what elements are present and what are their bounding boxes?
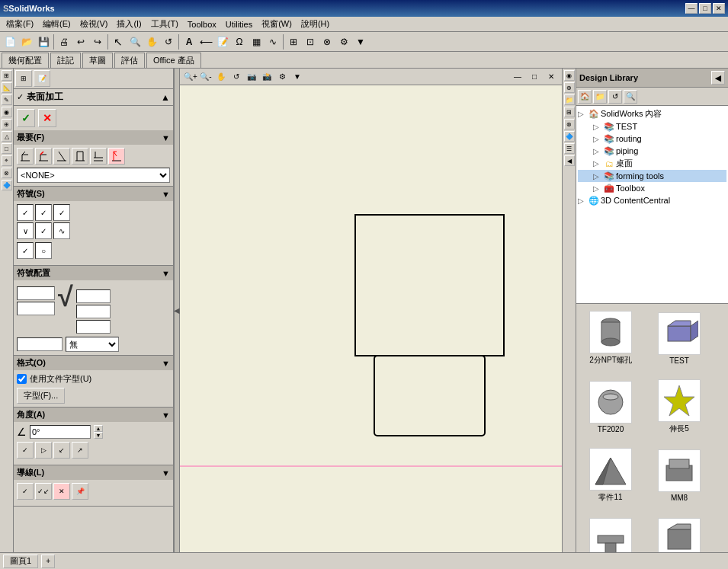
lib-icon-search[interactable]: 🔍: [624, 90, 637, 104]
settings-icon[interactable]: ⚙: [274, 70, 290, 84]
snapshot-button[interactable]: 📷: [244, 70, 259, 84]
surf-icon-6[interactable]: [108, 148, 125, 165]
tab-office[interactable]: Office 產品: [146, 53, 201, 68]
config-input5[interactable]: [76, 320, 111, 334]
collapse-handle[interactable]: ◀: [174, 69, 180, 552]
sym-check3[interactable]: ✓: [53, 204, 70, 221]
font-button[interactable]: 字型(F)...: [17, 388, 65, 404]
print-button[interactable]: 🖨: [56, 34, 72, 50]
sym-wave[interactable]: ∿: [53, 222, 70, 239]
right-edge-7[interactable]: ☰: [564, 143, 575, 154]
angle-btn-3[interactable]: ↙: [53, 442, 70, 459]
panel-collapse-button[interactable]: ▲: [161, 92, 170, 103]
cfg-button[interactable]: ⚙: [335, 34, 352, 50]
pan-tool-button[interactable]: ✋: [213, 70, 229, 84]
left-icon-10[interactable]: 🔷: [2, 180, 12, 190]
left-icon-4[interactable]: ◉: [2, 107, 12, 117]
right-edge-5[interactable]: ⊗: [564, 119, 575, 129]
lib-icon-refresh[interactable]: ↺: [608, 90, 622, 104]
config-input2[interactable]: [17, 302, 55, 315]
panel-icon-grid[interactable]: ⊞: [15, 70, 32, 87]
snapshot2-button[interactable]: 📸: [259, 70, 274, 84]
more-button[interactable]: ▼: [352, 34, 369, 50]
use-doc-font-checkbox[interactable]: [17, 374, 27, 384]
menu-edit[interactable]: 編輯(E): [38, 17, 75, 31]
save-button[interactable]: 💾: [35, 34, 52, 50]
angle-input[interactable]: [30, 425, 91, 439]
page-tab[interactable]: 圖頁1: [3, 555, 38, 568]
thumb-cell-6[interactable]: MM8: [645, 441, 714, 510]
rel-button[interactable]: ⊗: [319, 34, 335, 50]
zoom-out-button[interactable]: 🔍-: [198, 70, 213, 84]
weld-button[interactable]: ∿: [265, 34, 281, 50]
rotate-button[interactable]: ↺: [160, 34, 177, 50]
right-edge-3[interactable]: 📁: [564, 94, 575, 105]
right-edge-6[interactable]: 🔷: [564, 131, 575, 142]
thumb-cell-1[interactable]: 2分NPT螺孔: [576, 304, 645, 372]
add-page-button[interactable]: +: [41, 555, 55, 568]
sym-check2[interactable]: ✓: [35, 204, 52, 221]
section-leader-header[interactable]: 導線(L) ▼: [14, 465, 173, 480]
left-icon-1[interactable]: ⊞: [2, 70, 12, 81]
menu-toolbox[interactable]: Toolbox: [183, 18, 221, 30]
menu-window[interactable]: 視窗(W): [257, 17, 297, 31]
sym-button[interactable]: Ω: [231, 34, 248, 50]
tree-item-3d[interactable]: ▷ 🌐 3D ContentCentral: [578, 194, 726, 206]
open-button[interactable]: 📂: [18, 34, 35, 50]
menu-utilities[interactable]: Utilities: [221, 18, 257, 30]
tree-item-solidworks[interactable]: ▷ 🏠 SolidWorks 內容: [578, 107, 726, 120]
right-edge-1[interactable]: ◉: [564, 70, 575, 81]
sym-down2[interactable]: ✓: [35, 222, 52, 239]
leader-btn-1[interactable]: ✓: [17, 483, 34, 500]
window-min[interactable]: —: [510, 70, 525, 84]
menu-tools[interactable]: 工具(T): [146, 17, 183, 31]
left-icon-9[interactable]: ⊗: [2, 168, 12, 178]
leader-btn-3[interactable]: ✕: [53, 483, 70, 500]
zoom-in-button[interactable]: 🔍+: [183, 70, 198, 84]
section-angle-header[interactable]: 角度(A) ▼: [14, 408, 173, 422]
drawing-canvas[interactable]: [180, 85, 562, 552]
maximize-button[interactable]: □: [699, 3, 711, 14]
tree-item-piping[interactable]: ▷ 📚 piping: [578, 145, 726, 157]
config-input-bottom[interactable]: [17, 337, 63, 351]
right-edge-8[interactable]: ◀: [564, 155, 575, 166]
window-max[interactable]: □: [527, 70, 542, 84]
pan-button[interactable]: ✋: [143, 34, 160, 50]
design-lib-expand[interactable]: ◀: [711, 71, 725, 85]
text-button[interactable]: A: [181, 34, 197, 50]
left-icon-3[interactable]: ✎: [2, 94, 12, 105]
left-icon-8[interactable]: ⌖: [2, 155, 12, 166]
lib-icon-solidworks[interactable]: 🏠: [578, 90, 592, 104]
tree-item-desktop[interactable]: ▷ 🗂 桌面: [578, 157, 726, 170]
tab-sketch[interactable]: 草圖: [82, 53, 113, 68]
thumb-cell-2[interactable]: TEST: [645, 304, 714, 372]
config-input3[interactable]: [76, 289, 111, 303]
grid-button[interactable]: ⊞: [285, 34, 302, 50]
redo-button[interactable]: ↪: [89, 34, 106, 50]
dropdown-none[interactable]: <NONE>: [17, 168, 170, 183]
tree-item-routing[interactable]: ▷ 📚 routing: [578, 133, 726, 145]
undo-button[interactable]: ↩: [72, 34, 89, 50]
right-edge-4[interactable]: ⊞: [564, 107, 575, 117]
thumb-cell-3[interactable]: TF2020: [576, 372, 645, 441]
select-button[interactable]: ↖: [110, 34, 127, 50]
config-dropdown-none[interactable]: 無: [66, 337, 119, 352]
zoom-button[interactable]: 🔍: [127, 34, 143, 50]
sym-check4[interactable]: ✓: [17, 242, 34, 259]
tree-item-test[interactable]: ▷ 📚 TEST: [578, 120, 726, 133]
config-input4[interactable]: [76, 305, 111, 318]
tree-item-forming[interactable]: ▷ 📚 forming tools: [578, 170, 726, 182]
section-config-header[interactable]: 符號配置 ▼: [14, 266, 173, 280]
leader-btn-2[interactable]: ✓↙: [35, 483, 52, 500]
left-icon-7[interactable]: □: [2, 143, 12, 154]
surf-icon-1[interactable]: [17, 148, 34, 165]
surface-button[interactable]: ▦: [248, 34, 265, 50]
left-icon-6[interactable]: △: [2, 131, 12, 142]
menu-view[interactable]: 檢視(V): [75, 17, 113, 31]
section-format-header[interactable]: 格式(O) ▼: [14, 356, 173, 370]
surf-icon-3[interactable]: [53, 148, 70, 165]
cancel-button[interactable]: ✕: [38, 109, 56, 127]
tree-item-toolbox[interactable]: ▷ 🧰 Toolbox: [578, 182, 726, 194]
menu-file[interactable]: 檔案(F): [2, 17, 38, 31]
sym-check[interactable]: ✓: [17, 204, 34, 221]
